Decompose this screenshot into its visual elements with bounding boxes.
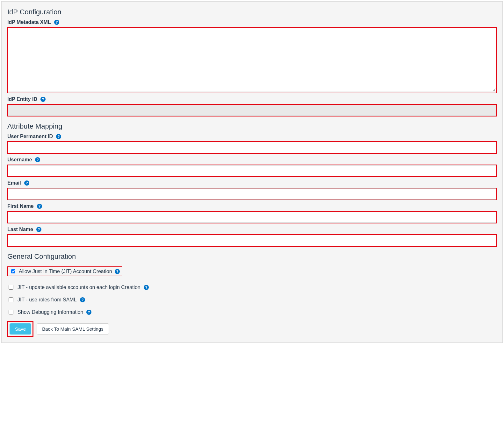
label-last-name: Last Name [7,227,33,232]
label-idp-metadata: IdP Metadata XML [7,19,51,25]
highlight-jit-create: Allow Just In Time (JIT) Account Creatio… [7,266,122,276]
label-row-email: Email [7,180,497,186]
highlight-save: Save [7,321,33,337]
help-icon[interactable] [40,97,46,102]
idp-entity-id-input [8,105,496,116]
label-email: Email [7,180,21,186]
highlight-first-name [7,211,497,223]
help-icon[interactable] [115,269,120,274]
label-username: Username [7,157,32,163]
button-row: Save Back To Main SAML Settings [7,321,497,337]
back-button[interactable]: Back To Main SAML Settings [37,323,109,335]
jit-create-checkbox[interactable] [11,269,15,273]
row-show-debug: Show Debugging Information [7,309,497,315]
user-permanent-id-input[interactable] [8,142,496,153]
highlight-last-name [7,234,497,247]
help-icon[interactable] [36,227,41,232]
label-row-idp-metadata: IdP Metadata XML [7,19,497,25]
help-icon[interactable] [56,134,61,139]
label-row-first-name: First Name [7,203,497,209]
help-icon[interactable] [24,180,29,186]
idp-metadata-xml-textarea[interactable] [8,28,496,91]
jit-create-label: Allow Just In Time (JIT) Account Creatio… [19,269,112,274]
jit-roles-checkbox[interactable] [9,297,13,302]
highlight-idp-entity-id [7,104,497,116]
row-jit-update: JIT - update available accounts on each … [7,284,497,291]
save-button[interactable]: Save [10,323,31,335]
section-title-idp: IdP Configuration [7,8,497,16]
label-row-last-name: Last Name [7,227,497,232]
last-name-input[interactable] [8,235,496,246]
help-icon[interactable] [86,310,91,315]
jit-update-label: JIT - update available accounts on each … [18,285,140,290]
row-jit-roles: JIT - use roles from SAML [7,296,497,303]
label-first-name: First Name [7,203,34,209]
highlight-user-permanent-id [7,141,497,154]
help-icon[interactable] [144,285,149,290]
section-title-general: General Configuration [7,252,497,261]
show-debug-checkbox[interactable] [9,310,13,314]
label-idp-entity-id: IdP Entity ID [7,96,37,102]
email-input[interactable] [8,188,496,200]
help-icon[interactable] [54,20,59,25]
show-debug-label: Show Debugging Information [18,309,83,315]
label-row-username: Username [7,157,497,163]
help-icon[interactable] [37,204,42,209]
highlight-idp-metadata [7,27,497,93]
config-panel: IdP Configuration IdP Metadata XML IdP E… [1,1,503,343]
section-title-attr: Attribute Mapping [7,122,497,130]
highlight-username [7,165,497,177]
highlight-email [7,188,497,200]
username-input[interactable] [8,165,496,176]
jit-update-checkbox[interactable] [9,285,13,290]
help-icon[interactable] [80,297,85,302]
label-row-idp-entity-id: IdP Entity ID [7,96,497,102]
label-user-permanent-id: User Permanent ID [7,134,53,139]
label-row-user-permanent-id: User Permanent ID [7,134,497,139]
first-name-input[interactable] [8,212,496,223]
jit-roles-label: JIT - use roles from SAML [18,297,77,303]
help-icon[interactable] [35,157,40,162]
